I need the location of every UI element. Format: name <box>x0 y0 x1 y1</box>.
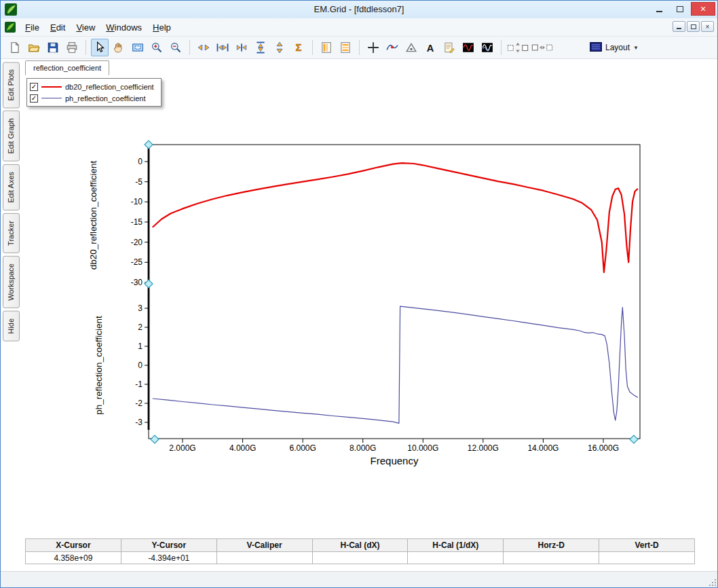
svg-text:-30: -30 <box>131 278 143 287</box>
legend-line-sample <box>41 86 62 88</box>
dark-trace-white-icon[interactable] <box>478 39 496 56</box>
layout-dropdown[interactable]: Layout▼ <box>584 39 645 56</box>
app-window: EM.Grid - [fdtdlesson7] × FileEditViewWi… <box>0 0 718 588</box>
readout-value-cell <box>312 552 409 564</box>
menu-help[interactable]: Help <box>147 20 176 35</box>
sidebar-tab-edit-axes[interactable]: Edit Axes <box>3 164 20 210</box>
dark-trace-red-icon[interactable] <box>459 39 477 56</box>
axis-handle-diamond[interactable] <box>151 435 159 443</box>
curve-marker-icon[interactable] <box>383 39 401 56</box>
svg-text:Σ: Σ <box>296 42 302 53</box>
legend-box: ✓db20_reflection_coefficient✓ph_reflecti… <box>26 78 162 107</box>
expand-vertical-icon[interactable] <box>252 39 269 56</box>
sidebar-tab-edit-plots[interactable]: Edit Plots <box>3 62 20 108</box>
left-sidebar: Edit PlotsEdit GraphEdit AxesTrackerWork… <box>3 62 22 341</box>
menu-edit[interactable]: Edit <box>45 20 71 35</box>
readout-value-cell <box>599 552 695 564</box>
row-layout-icon[interactable] <box>337 39 354 56</box>
mdi-close-button[interactable]: × <box>701 21 714 32</box>
cursor-readout-table: X-CursorY-CursorV-CaliperH-Cal (dX)H-Cal… <box>25 538 694 564</box>
window-title: EM.Grid - [fdtdlesson7] <box>1 4 717 14</box>
menu-file[interactable]: File <box>20 20 45 35</box>
column-layout-icon[interactable] <box>318 39 335 56</box>
sidebar-tab-tracker[interactable]: Tracker <box>3 213 20 253</box>
print-icon[interactable] <box>63 39 81 56</box>
status-bar <box>1 571 717 587</box>
svg-text:2.000G: 2.000G <box>169 443 195 453</box>
svg-text:8.000G: 8.000G <box>349 443 376 453</box>
maximize-button[interactable] <box>670 2 689 16</box>
legend-line-sample <box>41 98 62 98</box>
resize-grip-icon[interactable] <box>708 578 716 586</box>
legend-checkbox[interactable]: ✓ <box>30 94 38 103</box>
document-tabstrip: reflection_coefficient <box>25 60 109 75</box>
legend-label: ph_reflection_coefficient <box>65 94 145 103</box>
sidebar-tab-hide[interactable]: Hide <box>3 311 20 342</box>
svg-text:1: 1 <box>138 342 143 351</box>
select-cursor-icon[interactable] <box>91 39 109 56</box>
sidebar-tab-edit-graph[interactable]: Edit Graph <box>3 111 20 162</box>
expand-horizontal-icon[interactable] <box>214 39 231 56</box>
svg-text:4.000G: 4.000G <box>229 443 256 453</box>
readout-column-header: Y-Cursor <box>121 538 217 552</box>
svg-text:A: A <box>427 43 434 54</box>
svg-text:3: 3 <box>138 304 143 313</box>
svg-text:14.000G: 14.000G <box>527 443 559 453</box>
open-file-icon[interactable] <box>25 39 43 56</box>
minimize-icon <box>677 28 681 29</box>
document-logo-icon <box>5 22 16 33</box>
svg-text:-3: -3 <box>135 418 143 427</box>
maximize-icon <box>677 6 683 12</box>
delta-marker-icon[interactable] <box>402 39 420 56</box>
horizontal-span-boxes-icon[interactable] <box>531 39 554 56</box>
crosshair-icon[interactable] <box>364 39 382 56</box>
zoom-in-icon[interactable] <box>148 39 166 56</box>
minimize-button[interactable] <box>650 2 668 16</box>
autoscale-sigma-icon[interactable]: Σ <box>290 39 307 56</box>
svg-text:0: 0 <box>138 157 143 166</box>
mdi-restore-button[interactable] <box>687 21 700 32</box>
toolbar-separator <box>189 40 190 55</box>
sidebar-tab-workspace[interactable]: Workspace <box>3 256 20 308</box>
readout-column-header: X-Cursor <box>25 538 121 552</box>
vertical-span-boxes-icon[interactable] <box>506 39 529 56</box>
menu-view[interactable]: View <box>71 20 100 35</box>
title-bar[interactable]: EM.Grid - [fdtdlesson7] × <box>1 1 717 18</box>
save-icon[interactable] <box>44 39 62 56</box>
svg-text:12.000G: 12.000G <box>468 443 499 453</box>
svg-text:db20_reflection_coefficient: db20_reflection_coefficient <box>88 161 98 270</box>
menu-bar: FileEditViewWindowsHelp × <box>1 18 717 37</box>
axis-handle-diamond[interactable] <box>145 141 153 149</box>
axis-handle-diamond[interactable] <box>630 435 638 443</box>
minimize-icon <box>656 11 662 12</box>
readout-column-header: V-Caliper <box>216 538 313 552</box>
notes-icon[interactable] <box>440 39 458 56</box>
close-icon: × <box>700 3 706 14</box>
new-file-icon[interactable] <box>6 39 24 56</box>
zoom-region-icon[interactable] <box>129 39 147 56</box>
menu-windows[interactable]: Windows <box>100 20 147 35</box>
series-ph_reflection_coefficient[interactable] <box>153 306 638 423</box>
axis-handle-diamond[interactable] <box>145 280 153 288</box>
svg-text:2: 2 <box>138 323 143 332</box>
pan-hand-icon[interactable] <box>110 39 128 56</box>
readout-value-cell: 4.358e+09 <box>25 552 121 564</box>
svg-text:10.000G: 10.000G <box>407 443 438 453</box>
series-db20_reflection_coefficient[interactable] <box>153 163 638 272</box>
collapse-horizontal-icon[interactable] <box>233 39 250 56</box>
zoom-out-icon[interactable] <box>167 39 185 56</box>
svg-text:-5: -5 <box>135 177 143 187</box>
legend-label: db20_reflection_coefficient <box>65 83 154 91</box>
mdi-minimize-button[interactable] <box>673 21 685 32</box>
svg-text:Frequency: Frequency <box>371 455 419 466</box>
readout-value-cell <box>216 552 313 564</box>
close-button[interactable]: × <box>691 2 715 16</box>
svg-text:16.000G: 16.000G <box>588 443 619 453</box>
text-annotation-icon[interactable]: A <box>421 39 439 56</box>
svg-text:-1: -1 <box>135 380 143 389</box>
svg-text:-2: -2 <box>135 399 143 408</box>
legend-checkbox[interactable]: ✓ <box>30 83 38 91</box>
fit-horizontal-icon[interactable] <box>195 39 212 56</box>
fit-vertical-icon[interactable] <box>271 39 288 56</box>
tab-reflection-coefficient[interactable]: reflection_coefficient <box>25 60 109 75</box>
